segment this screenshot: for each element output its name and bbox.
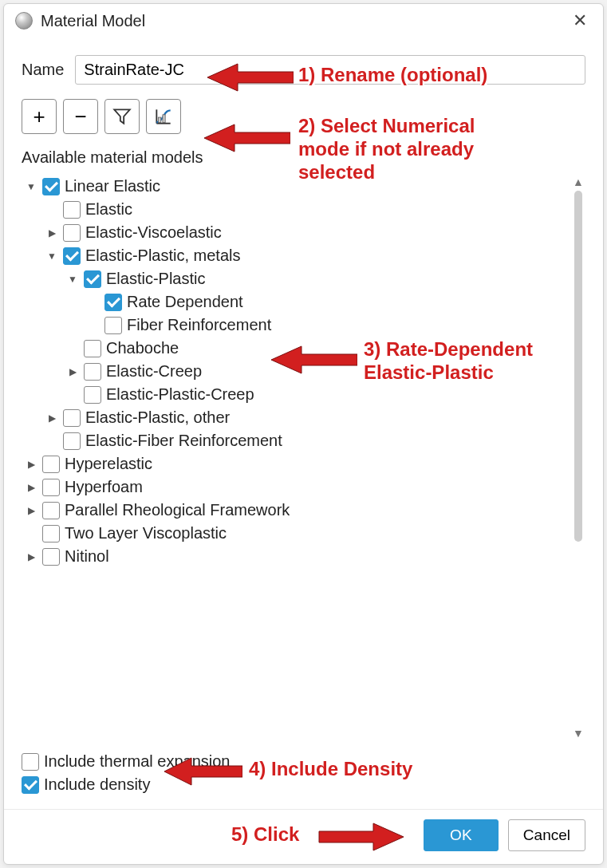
svg-rect-1: [163, 115, 165, 123]
filter-button[interactable]: [104, 99, 140, 134]
tree-item[interactable]: Chaboche: [25, 337, 570, 360]
tree-item-label: Elastic-Plastic-Creep: [106, 385, 254, 404]
tree-checkbox[interactable]: [42, 525, 60, 542]
tree-item-label: Hyperelastic: [65, 455, 152, 473]
available-models-label: Available material models: [22, 148, 585, 167]
toolbar: + −: [22, 99, 585, 134]
tree-checkbox[interactable]: [104, 317, 122, 334]
minus-icon: −: [74, 106, 86, 127]
name-input[interactable]: [75, 55, 585, 85]
tree-item[interactable]: ▶Hyperfoam: [25, 475, 570, 499]
tree-item[interactable]: Fiber Reinforcement: [25, 314, 570, 337]
tree-item[interactable]: Elastic-Fiber Reinforcement: [25, 429, 570, 452]
titlebar: Material Model ✕: [4, 4, 603, 39]
include-density-row[interactable]: Include density: [22, 773, 585, 796]
caret-down-icon[interactable]: ▼: [45, 250, 58, 262]
tree-item[interactable]: ▶Hyperelastic: [25, 452, 570, 475]
include-density-label: Include density: [44, 775, 150, 794]
name-row: Name: [22, 55, 585, 85]
caret-right-icon[interactable]: ▶: [45, 412, 58, 424]
caret-right-icon[interactable]: ▶: [25, 504, 37, 517]
tree-item-label: Linear Elastic: [65, 177, 160, 195]
tree-item[interactable]: Elastic-Plastic-Creep: [25, 383, 570, 406]
bottom-options: Include thermal expansion Include densit…: [22, 744, 585, 799]
scroll-down-icon[interactable]: ▼: [573, 728, 584, 739]
filter-icon: [112, 106, 132, 127]
tree-checkbox[interactable]: [42, 456, 60, 473]
tree-checkbox[interactable]: [63, 409, 81, 427]
material-tree[interactable]: ▼Linear ElasticElastic▶Elastic-Viscoelas…: [22, 172, 585, 744]
dialog-footer: OK Cancel: [4, 809, 603, 864]
remove-button[interactable]: −: [63, 99, 98, 134]
tree-checkbox[interactable]: [63, 201, 81, 219]
caret-right-icon[interactable]: ▶: [25, 550, 37, 563]
cancel-button[interactable]: Cancel: [508, 819, 585, 851]
tree-item[interactable]: Two Layer Viscoplastic: [25, 522, 570, 545]
caret-down-icon[interactable]: ▼: [25, 180, 37, 193]
tree-item-label: Elastic-Fiber Reinforcement: [85, 432, 282, 450]
tree-checkbox[interactable]: [84, 386, 101, 404]
tree-item[interactable]: Elastic: [25, 198, 570, 221]
tree-item-label: Elastic-Plastic, other: [85, 408, 230, 427]
tree-checkbox[interactable]: [84, 270, 101, 288]
tree-item[interactable]: ▶Parallel Rheological Framework: [25, 499, 570, 522]
tree-item[interactable]: ▶Elastic-Creep: [25, 360, 570, 383]
tree-item-label: Chaboche: [106, 339, 179, 357]
scrollbar-thumb[interactable]: [574, 191, 582, 542]
tree-item-label: Elastic-Creep: [106, 362, 202, 381]
tree-item[interactable]: ▼Elastic-Plastic: [25, 267, 570, 290]
tree-item-label: Elastic-Viscoelastic: [85, 223, 222, 242]
tree-item[interactable]: ▶Elastic-Viscoelastic: [25, 221, 570, 244]
caret-right-icon[interactable]: ▶: [25, 458, 37, 471]
tree-item[interactable]: Rate Dependent: [25, 290, 570, 314]
tree-item-label: Two Layer Viscoplastic: [65, 524, 227, 542]
tree-checkbox[interactable]: [42, 479, 60, 496]
add-button[interactable]: +: [22, 99, 57, 134]
tree-checkbox[interactable]: [63, 432, 81, 450]
plus-icon: +: [33, 106, 45, 127]
include-density-checkbox[interactable]: [22, 776, 39, 794]
dialog-body: Name + −: [4, 39, 603, 809]
tree-container: ▼Linear ElasticElastic▶Elastic-Viscoelas…: [22, 172, 585, 744]
tree-checkbox[interactable]: [42, 548, 60, 566]
material-model-dialog: Material Model ✕ Name + −: [3, 3, 604, 865]
tree-item-label: Elastic: [85, 200, 132, 219]
tree-checkbox[interactable]: [42, 178, 60, 195]
caret-right-icon[interactable]: ▶: [25, 481, 37, 494]
tree-item[interactable]: ▶Elastic-Plastic, other: [25, 406, 570, 429]
tree-checkbox[interactable]: [63, 247, 81, 265]
include-thermal-row[interactable]: Include thermal expansion: [22, 750, 585, 773]
ok-button[interactable]: OK: [424, 819, 499, 851]
tree-checkbox[interactable]: [63, 224, 81, 242]
tree-checkbox[interactable]: [84, 363, 101, 381]
app-icon: [15, 12, 33, 30]
tree-checkbox[interactable]: [84, 340, 101, 357]
tree-item-label: Parallel Rheological Framework: [65, 501, 290, 519]
close-button[interactable]: ✕: [568, 10, 592, 31]
svg-rect-0: [159, 117, 161, 123]
close-icon: ✕: [573, 10, 587, 30]
tree-item-label: Elastic-Plastic: [106, 270, 205, 288]
chart-icon: [153, 106, 174, 127]
name-label: Name: [22, 61, 64, 79]
numerical-mode-button[interactable]: [146, 99, 181, 134]
caret-right-icon[interactable]: ▶: [45, 227, 58, 239]
include-thermal-checkbox[interactable]: [22, 753, 39, 771]
tree-item[interactable]: ▼Linear Elastic: [25, 175, 570, 198]
tree-item-label: Elastic-Plastic, metals: [85, 247, 241, 265]
tree-item[interactable]: ▶Nitinol: [25, 545, 570, 568]
tree-item-label: Rate Dependent: [127, 293, 243, 311]
tree-scrollbar[interactable]: ▲ ▼: [573, 176, 584, 739]
tree-item-label: Hyperfoam: [65, 478, 143, 496]
include-thermal-label: Include thermal expansion: [44, 752, 230, 771]
tree-item[interactable]: ▼Elastic-Plastic, metals: [25, 244, 570, 267]
tree-checkbox[interactable]: [42, 502, 60, 519]
dialog-title: Material Model: [41, 12, 560, 30]
caret-down-icon[interactable]: ▼: [66, 273, 79, 286]
scroll-up-icon[interactable]: ▲: [573, 176, 584, 187]
tree-item-label: Fiber Reinforcement: [127, 316, 271, 334]
tree-checkbox[interactable]: [104, 294, 122, 311]
tree-item-label: Nitinol: [65, 547, 109, 566]
caret-right-icon[interactable]: ▶: [66, 365, 79, 378]
